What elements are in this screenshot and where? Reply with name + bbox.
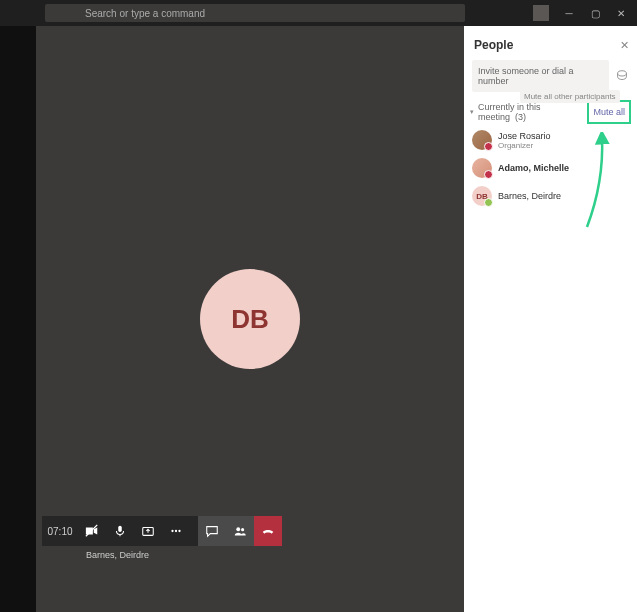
speaker-name-label: Barnes, Deirdre [86,550,149,560]
panel-close-button[interactable]: ✕ [620,39,629,52]
svg-point-3 [171,530,173,532]
participant-role: Organizer [498,141,551,150]
app-rail [0,26,36,612]
mic-toggle-button[interactable] [106,516,134,546]
speaker-avatar: DB [200,269,300,369]
participant-row[interactable]: DBBarnes, Deirdre [464,182,637,210]
more-button[interactable] [162,516,190,546]
meeting-stage: DB 07:10 Barnes, Deirdre [36,26,464,612]
dialpad-icon[interactable] [615,69,629,83]
account-avatar[interactable] [533,5,549,21]
svg-point-4 [175,530,177,532]
participant-name: Barnes, Deirdre [498,191,561,201]
mute-all-button[interactable]: Mute all [587,100,631,124]
section-label: Currently in this meeting (3) [478,102,587,122]
presence-icon [484,198,493,207]
presence-icon [484,142,493,151]
close-window-button[interactable]: ✕ [611,8,631,19]
search-input[interactable]: Search or type a command [45,4,465,22]
share-button[interactable] [134,516,162,546]
participant-name: Jose Rosario [498,131,551,141]
svg-point-6 [236,527,240,531]
participant-name: Adamo, Michelle [498,163,569,173]
search-placeholder: Search or type a command [85,8,205,19]
participant-row[interactable]: Adamo, Michelle [464,154,637,182]
meeting-timer: 07:10 [42,526,78,537]
svg-point-7 [241,528,244,531]
participant-row[interactable]: Jose RosarioOrganizer [464,126,637,154]
maximize-button[interactable]: ▢ [585,8,605,19]
invite-input[interactable]: Invite someone or dial a number [472,60,609,92]
svg-point-8 [618,71,627,76]
svg-point-5 [178,530,180,532]
people-button[interactable] [226,516,254,546]
participant-avatar [472,130,492,150]
participant-avatar [472,158,492,178]
hangup-button[interactable] [254,516,282,546]
svg-rect-1 [118,526,122,532]
people-panel: People ✕ Invite someone or dial a number… [464,26,637,612]
panel-title: People [474,38,620,52]
collapse-icon[interactable]: ▾ [470,108,474,116]
chat-button[interactable] [198,516,226,546]
mute-all-tooltip: Mute all other participants [520,90,620,103]
presence-icon [484,170,493,179]
meeting-toolbar: 07:10 [42,516,282,546]
minimize-button[interactable]: ─ [559,8,579,19]
camera-toggle-button[interactable] [78,516,106,546]
participant-avatar: DB [472,186,492,206]
